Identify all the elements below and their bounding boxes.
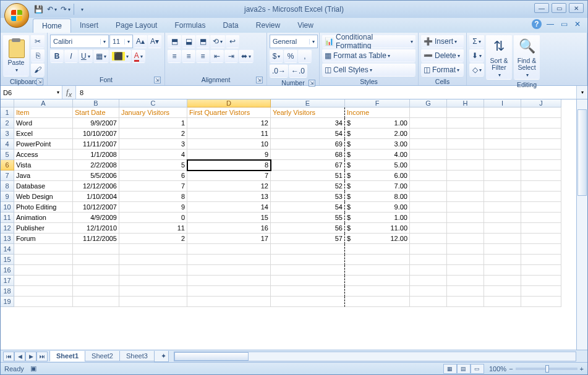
cell-B12[interactable]: 12/1/2010 [73,223,119,234]
comma-button[interactable]: , [298,49,312,63]
cell-D4[interactable]: 10 [187,139,271,150]
cell-J19[interactable] [521,297,561,307]
cell-H18[interactable] [447,286,484,297]
border-button[interactable]: ▦ [93,49,109,63]
grow-font-button[interactable]: A▴ [134,35,147,48]
cell-A10[interactable]: Photo Editing [14,202,73,213]
cell-E18[interactable] [271,286,345,297]
cell-D9[interactable]: 13 [187,192,271,202]
cell-C18[interactable] [119,286,187,297]
row-header-5[interactable]: 5 [1,150,14,160]
cell-D2[interactable]: 12 [187,118,271,129]
row-header-15[interactable]: 15 [1,255,14,265]
cell-J17[interactable] [521,276,561,286]
cell-F11[interactable]: $1.00 [345,213,410,223]
cell-C13[interactable]: 2 [119,234,187,244]
format-cells-button[interactable]: ◫ Format [421,63,464,77]
tab-formulas[interactable]: Formulas [166,19,214,33]
cell-I11[interactable] [484,213,521,223]
cell-A4[interactable]: PowerPoint [14,139,73,150]
page-layout-view-button[interactable]: ▤ [457,364,471,374]
cell-G16[interactable] [410,265,447,276]
col-header-I[interactable]: I [484,99,521,107]
cell-J10[interactable] [521,202,561,213]
cell-E1[interactable]: Yearly Visitors [271,107,345,118]
cell-J9[interactable] [521,192,561,202]
row-header-6[interactable]: 6 [1,160,14,171]
font-dialog[interactable]: ⇲ [154,77,161,83]
cell-A5[interactable]: Access [14,150,73,160]
cell-J12[interactable] [521,223,561,234]
format-as-table-button[interactable]: ▦ Format as Table [322,49,415,62]
cell-C7[interactable]: 6 [119,171,187,181]
cell-H14[interactable] [447,244,484,255]
cell-D18[interactable] [187,286,271,297]
cell-G17[interactable] [410,276,447,286]
number-dialog[interactable]: ⇲ [309,80,315,86]
undo-button[interactable]: ↶ [46,4,58,15]
cell-A16[interactable] [14,265,73,276]
row-header-8[interactable]: 8 [1,181,14,192]
cell-D8[interactable]: 12 [187,181,271,192]
cell-G1[interactable] [410,107,447,118]
cell-G10[interactable] [410,202,447,213]
cell-B3[interactable]: 10/10/2007 [73,129,119,139]
merge-center-button[interactable]: ⬌ [239,49,254,63]
sort-filter-button[interactable]: ⇅ Sort & Filter [486,35,512,80]
cell-G19[interactable] [410,297,447,307]
bold-button[interactable]: B [50,49,64,63]
maximize-button[interactable]: ▭ [552,3,566,13]
cell-E17[interactable] [271,276,345,286]
cell-H6[interactable] [447,160,484,171]
cell-E10[interactable]: 54 [271,202,345,213]
cell-A2[interactable]: Word [14,118,73,129]
cell-A17[interactable] [14,276,73,286]
cell-G9[interactable] [410,192,447,202]
cell-A15[interactable] [14,255,73,265]
save-icon[interactable]: 💾 [33,4,44,15]
cell-F9[interactable]: $8.00 [345,192,410,202]
tab-view[interactable]: View [289,19,322,33]
col-header-H[interactable]: H [447,99,484,107]
col-header-C[interactable]: C [119,99,187,107]
cell-A6[interactable]: Vista [14,160,73,171]
cell-B13[interactable]: 11/12/2005 [73,234,119,244]
cell-J11[interactable] [521,213,561,223]
cell-E9[interactable]: 53 [271,192,345,202]
cell-F10[interactable]: $9.00 [345,202,410,213]
cell-F5[interactable]: $4.00 [345,150,410,160]
cell-C8[interactable]: 7 [119,181,187,192]
cell-I14[interactable] [484,244,521,255]
cell-B1[interactable]: Start Date [73,107,119,118]
row-header-1[interactable]: 1 [1,107,14,118]
cell-A3[interactable]: Excel [14,129,73,139]
tab-insert[interactable]: Insert [71,19,107,33]
cell-I4[interactable] [484,139,521,150]
cell-I18[interactable] [484,286,521,297]
align-bottom-button[interactable]: ⬒ [196,35,210,48]
redo-button[interactable]: ↷ [60,4,71,15]
cell-J15[interactable] [521,255,561,265]
row-header-11[interactable]: 11 [1,213,14,223]
spreadsheet-grid[interactable]: ABCDEFGHIJ1ItemStart DateJanuary Visitor… [1,99,587,350]
cell-B10[interactable]: 10/12/2007 [73,202,119,213]
row-header-16[interactable]: 16 [1,265,14,276]
vertical-scrollbar[interactable] [576,99,587,350]
clear-button[interactable]: ◇ [469,63,484,77]
cell-G18[interactable] [410,286,447,297]
cell-I8[interactable] [484,181,521,192]
row-header-4[interactable]: 4 [1,139,14,150]
cell-E12[interactable]: 56 [271,223,345,234]
cell-E19[interactable] [271,297,345,307]
col-header-D[interactable]: D [187,99,271,107]
cell-D10[interactable]: 14 [187,202,271,213]
normal-view-button[interactable]: ▦ [443,364,457,374]
minimize-ribbon-button[interactable]: — [545,19,555,29]
sheet-nav-next[interactable]: ▶ [25,352,36,361]
zoom-level[interactable]: 100% [489,365,506,373]
cell-H3[interactable] [447,129,484,139]
cell-D19[interactable] [187,297,271,307]
cell-H1[interactable] [447,107,484,118]
insert-cells-button[interactable]: ➕ Insert [421,35,464,48]
clipboard-dialog[interactable]: ⇲ [36,78,43,85]
